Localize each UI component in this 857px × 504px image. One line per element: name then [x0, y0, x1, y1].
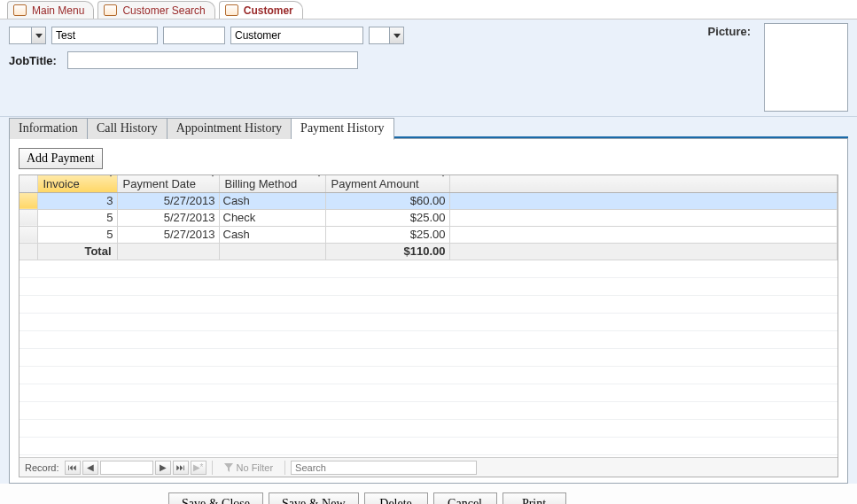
- tab-underline: [394, 136, 848, 138]
- dropdown-button[interactable]: [31, 27, 45, 43]
- form-icon: [13, 4, 27, 16]
- cell-amount[interactable]: $25.00: [325, 226, 449, 243]
- cell-blank: [449, 209, 838, 226]
- payments-grid: Invoice Payment Date Billing Method: [19, 174, 838, 477]
- chevron-down-icon: [35, 34, 43, 38]
- table-row[interactable]: 3 5/27/2013 Cash $60.00: [19, 192, 838, 209]
- recnav-first-button[interactable]: ⏮: [65, 461, 81, 475]
- col-label: Invoice: [43, 177, 80, 190]
- funnel-icon: [224, 463, 233, 472]
- add-payment-button[interactable]: Add Payment: [19, 148, 103, 169]
- middle-name-input[interactable]: [163, 27, 225, 44]
- cell-invoice[interactable]: 3: [37, 192, 117, 209]
- cell-amount[interactable]: $25.00: [325, 209, 449, 226]
- row-selector[interactable]: [19, 226, 37, 243]
- object-tab-label: Customer Search: [122, 4, 205, 17]
- cell-date[interactable]: 5/27/2013: [117, 192, 219, 209]
- cell-invoice[interactable]: 5: [37, 226, 117, 243]
- table-row-total: Total $110.00: [19, 243, 838, 260]
- col-header-payment-date[interactable]: Payment Date: [117, 175, 219, 192]
- picture-label: Picture:: [708, 25, 751, 38]
- cell-blank: [449, 243, 838, 260]
- title-combo[interactable]: [9, 27, 46, 44]
- tab-call-history[interactable]: Call History: [88, 118, 168, 139]
- cell-date[interactable]: 5/27/2013: [117, 209, 219, 226]
- print-button[interactable]: Print: [503, 492, 566, 504]
- form-button-bar: Save & Close Save & New Delete Cancel Pr…: [0, 484, 857, 504]
- select-all-corner[interactable]: [19, 175, 37, 192]
- col-label: Payment Date: [123, 177, 196, 190]
- jobtitle-input[interactable]: [67, 51, 358, 69]
- cell-invoice[interactable]: 5: [37, 209, 117, 226]
- object-tab-strip: Main Menu Customer Search Customer: [0, 0, 857, 19]
- title-combo-input[interactable]: [10, 27, 31, 43]
- col-header-billing-method[interactable]: Billing Method: [219, 175, 325, 192]
- recnav-label: Record:: [25, 462, 59, 473]
- recnav-filter-text: No Filter: [237, 462, 274, 473]
- cell-method[interactable]: Cash: [219, 226, 325, 243]
- record-navigator: Record: ⏮ ◀ ▶ ⏭ ▶* No Filter: [19, 457, 838, 477]
- col-label: Billing Method: [225, 177, 298, 190]
- recnav-last-button[interactable]: ⏭: [173, 461, 189, 475]
- table-row[interactable]: 5 5/27/2013 Check $25.00: [19, 209, 838, 226]
- chevron-down-icon: [316, 177, 322, 190]
- object-tab-label: Customer: [244, 4, 293, 17]
- cell-blank: [117, 243, 219, 260]
- suffix-combo-input[interactable]: [370, 27, 389, 43]
- chevron-down-icon: [210, 177, 215, 190]
- col-header-blank: [449, 175, 838, 192]
- total-amount: $110.00: [325, 243, 449, 260]
- tab-appointment-history[interactable]: Appointment History: [168, 118, 292, 139]
- recnav-search-input[interactable]: [291, 461, 477, 475]
- col-header-invoice[interactable]: Invoice: [37, 175, 117, 192]
- recnav-new-button[interactable]: ▶*: [191, 461, 206, 475]
- tab-page-payment-history: Add Payment Invoice: [9, 138, 848, 484]
- cell-amount[interactable]: $60.00: [325, 192, 449, 209]
- cell-date[interactable]: 5/27/2013: [117, 226, 219, 243]
- grid-empty-area: [19, 260, 838, 458]
- cell-blank: [449, 192, 838, 209]
- suffix-combo[interactable]: [369, 27, 404, 44]
- cell-method[interactable]: Check: [219, 209, 325, 226]
- separator: [284, 461, 285, 475]
- object-tab-label: Main Menu: [32, 4, 84, 17]
- col-header-payment-amount[interactable]: Payment Amount: [325, 175, 449, 192]
- tab-control: Information Call History Appointment His…: [0, 117, 857, 484]
- dropdown-button[interactable]: [389, 27, 403, 43]
- row-selector[interactable]: [19, 192, 37, 209]
- row-selector: [19, 243, 37, 260]
- picture-box[interactable]: [764, 23, 848, 112]
- chevron-down-icon: [440, 177, 446, 190]
- separator: [212, 461, 213, 475]
- chevron-down-icon: [393, 34, 401, 38]
- last-name-input[interactable]: [230, 27, 363, 44]
- total-label: Total: [37, 243, 117, 260]
- chevron-down-icon: [108, 177, 113, 190]
- object-tab-customer-search[interactable]: Customer Search: [97, 1, 214, 19]
- cell-blank: [449, 226, 838, 243]
- object-tab-customer[interactable]: Customer: [219, 1, 303, 19]
- cancel-button[interactable]: Cancel: [433, 492, 497, 504]
- row-selector[interactable]: [19, 209, 37, 226]
- recnav-next-button[interactable]: ▶: [155, 461, 171, 475]
- first-name-input[interactable]: [51, 27, 158, 44]
- delete-button[interactable]: Delete: [364, 492, 428, 504]
- save-close-button[interactable]: Save & Close: [168, 492, 263, 504]
- tab-payment-history[interactable]: Payment History: [292, 118, 394, 140]
- form-icon: [104, 4, 117, 16]
- payments-table: Invoice Payment Date Billing Method: [19, 175, 838, 260]
- cell-blank: [219, 243, 325, 260]
- recnav-prev-button[interactable]: ◀: [82, 461, 98, 475]
- cell-method[interactable]: Cash: [219, 192, 325, 209]
- recnav-filter-indicator[interactable]: No Filter: [218, 461, 280, 475]
- customer-header: JobTitle: Picture:: [0, 19, 857, 117]
- col-label: Payment Amount: [331, 177, 419, 190]
- object-tab-main-menu[interactable]: Main Menu: [7, 1, 94, 19]
- form-icon: [225, 4, 238, 16]
- tab-information[interactable]: Information: [9, 118, 88, 139]
- jobtitle-label: JobTitle:: [9, 54, 57, 67]
- table-row[interactable]: 5 5/27/2013 Cash $25.00: [19, 226, 838, 243]
- save-new-button[interactable]: Save & New: [269, 492, 359, 504]
- recnav-current-input[interactable]: [100, 461, 153, 475]
